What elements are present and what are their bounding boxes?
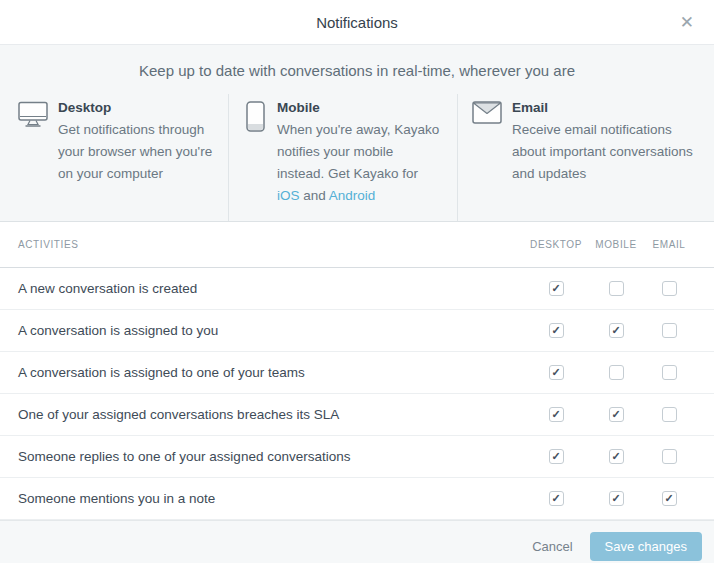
mobile-checkbox[interactable]: ✓: [609, 323, 624, 338]
desktop-cell: ✓: [526, 323, 586, 338]
email-cell: [646, 449, 692, 464]
description-text: and: [300, 188, 329, 203]
mobile-cell: ✓: [586, 323, 646, 338]
intro-subtitle: Keep up to date with conversations in re…: [0, 62, 714, 79]
table-row: A conversation is assigned to you✓✓: [0, 310, 714, 352]
activity-label: Someone replies to one of your assigned …: [18, 449, 526, 464]
activity-label: One of your assigned conversations breac…: [18, 407, 526, 422]
channel-title: Mobile: [277, 100, 443, 115]
desktop-column-header: Desktop: [526, 239, 586, 250]
email-checkbox[interactable]: [662, 449, 677, 464]
check-icon: ✓: [611, 325, 620, 336]
activities-column-header: Activities: [18, 239, 526, 250]
activity-label: A new conversation is created: [18, 281, 526, 296]
close-icon[interactable]: ✕: [676, 10, 698, 35]
channel-description: Receive email notifications about import…: [512, 119, 694, 185]
channel-desktop: Desktop Get notifications through your b…: [0, 94, 228, 221]
email-checkbox[interactable]: [662, 323, 677, 338]
table-row: One of your assigned conversations breac…: [0, 394, 714, 436]
check-icon: ✓: [664, 493, 673, 504]
check-icon: ✓: [551, 451, 560, 462]
desktop-checkbox[interactable]: ✓: [549, 491, 564, 506]
email-checkbox[interactable]: [662, 365, 677, 380]
check-icon: ✓: [551, 409, 560, 420]
mobile-checkbox[interactable]: ✓: [609, 491, 624, 506]
mobile-checkbox[interactable]: ✓: [609, 449, 624, 464]
desktop-checkbox[interactable]: ✓: [549, 407, 564, 422]
desktop-cell: ✓: [526, 491, 586, 506]
email-cell: [646, 365, 692, 380]
check-icon: ✓: [551, 325, 560, 336]
desktop-cell: ✓: [526, 449, 586, 464]
activity-label: Someone mentions you in a note: [18, 491, 526, 506]
dialog-footer: Cancel Save changes: [0, 520, 714, 563]
check-icon: ✓: [611, 451, 620, 462]
monitor-icon: [18, 101, 48, 132]
check-icon: ✓: [551, 493, 560, 504]
channel-description: When you're away, Kayako notifies your m…: [277, 119, 443, 207]
smartphone-icon: [246, 101, 265, 136]
email-cell: [646, 281, 692, 296]
activities-rows: A new conversation is created✓A conversa…: [0, 268, 714, 520]
mobile-column-header: Mobile: [586, 239, 646, 250]
mobile-checkbox[interactable]: [609, 365, 624, 380]
channel-columns: Desktop Get notifications through your b…: [0, 94, 714, 221]
check-icon: ✓: [551, 367, 560, 378]
activity-label: A conversation is assigned to you: [18, 323, 526, 338]
email-checkbox[interactable]: [662, 407, 677, 422]
ios-link[interactable]: iOS: [277, 188, 300, 203]
check-icon: ✓: [551, 283, 560, 294]
table-row: Someone mentions you in a note✓✓✓: [0, 478, 714, 520]
check-icon: ✓: [611, 493, 620, 504]
envelope-icon: [472, 101, 502, 128]
mobile-checkbox[interactable]: ✓: [609, 407, 624, 422]
notifications-dialog: Notifications ✕ Keep up to date with con…: [0, 0, 714, 563]
desktop-cell: ✓: [526, 365, 586, 380]
channel-title: Email: [512, 100, 700, 115]
channel-description: Get notifications through your browser w…: [58, 119, 214, 185]
email-cell: [646, 407, 692, 422]
email-column-header: Email: [646, 239, 692, 250]
description-text: When you're away, Kayako notifies your m…: [277, 122, 439, 181]
channel-mobile: Mobile When you're away, Kayako notifies…: [228, 94, 457, 221]
android-link[interactable]: Android: [329, 188, 376, 203]
desktop-checkbox[interactable]: ✓: [549, 281, 564, 296]
dialog-title: Notifications: [316, 14, 398, 31]
dialog-header: Notifications ✕: [0, 0, 714, 45]
mobile-cell: [586, 281, 646, 296]
email-cell: ✓: [646, 491, 692, 506]
mobile-cell: [586, 365, 646, 380]
channel-title: Desktop: [58, 100, 214, 115]
save-changes-button[interactable]: Save changes: [590, 532, 702, 561]
desktop-checkbox[interactable]: ✓: [549, 323, 564, 338]
table-row: A new conversation is created✓: [0, 268, 714, 310]
cancel-button[interactable]: Cancel: [532, 539, 572, 554]
channel-email: Email Receive email notifications about …: [457, 94, 714, 221]
desktop-cell: ✓: [526, 281, 586, 296]
table-header-row: Activities Desktop Mobile Email: [0, 222, 714, 268]
email-checkbox[interactable]: [662, 281, 677, 296]
mobile-checkbox[interactable]: [609, 281, 624, 296]
email-checkbox[interactable]: ✓: [662, 491, 677, 506]
intro-section: Keep up to date with conversations in re…: [0, 45, 714, 222]
activity-label: A conversation is assigned to one of you…: [18, 365, 526, 380]
desktop-checkbox[interactable]: ✓: [549, 365, 564, 380]
activities-table: Activities Desktop Mobile Email A new co…: [0, 222, 714, 520]
check-icon: ✓: [611, 409, 620, 420]
email-cell: [646, 323, 692, 338]
desktop-cell: ✓: [526, 407, 586, 422]
mobile-cell: ✓: [586, 491, 646, 506]
desktop-checkbox[interactable]: ✓: [549, 449, 564, 464]
table-row: A conversation is assigned to one of you…: [0, 352, 714, 394]
mobile-cell: ✓: [586, 407, 646, 422]
table-row: Someone replies to one of your assigned …: [0, 436, 714, 478]
mobile-cell: ✓: [586, 449, 646, 464]
